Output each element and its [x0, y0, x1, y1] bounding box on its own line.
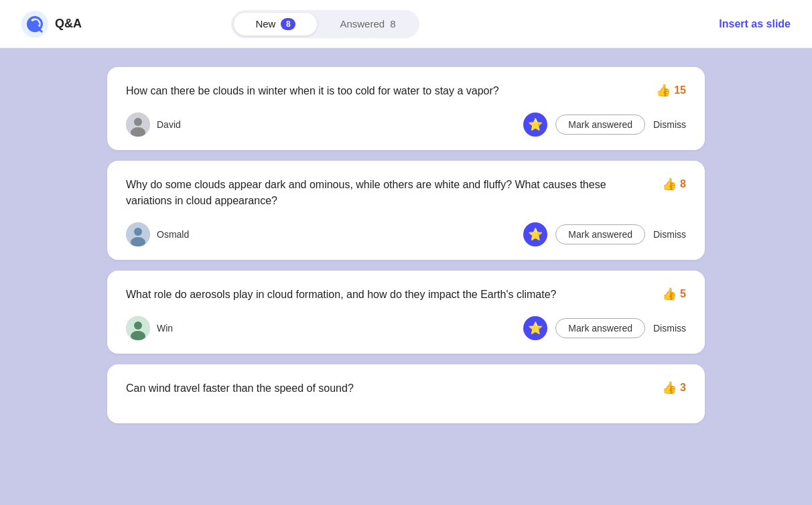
question-card: How can there be clouds in winter when i…	[107, 67, 705, 150]
thumbs-up-icon: 👍	[656, 83, 671, 98]
card-bottom: Osmald ⭐ Mark answered Dismiss	[126, 222, 686, 246]
insert-as-slide-button[interactable]: Insert as slide	[719, 18, 791, 30]
card-bottom: David ⭐ Mark answered Dismiss	[126, 113, 686, 137]
tab-answered[interactable]: Answered 8	[318, 13, 417, 35]
star-button[interactable]: ⭐	[523, 113, 547, 137]
card-top: How can there be clouds in winter when i…	[126, 83, 686, 99]
mark-answered-button[interactable]: Mark answered	[555, 115, 645, 135]
question-text: What role do aerosols play in cloud form…	[126, 287, 557, 303]
question-card: Why do some clouds appear dark and omino…	[107, 161, 705, 260]
app-title: Q&A	[55, 17, 82, 31]
user-info: David	[126, 113, 181, 137]
card-actions: ⭐ Mark answered Dismiss	[523, 113, 686, 137]
like-count: 👍 8	[662, 177, 686, 192]
avatar	[126, 113, 150, 137]
card-top: Why do some clouds appear dark and omino…	[126, 177, 686, 209]
card-top: Can wind travel faster than the speed of…	[126, 380, 686, 396]
question-text: Can wind travel faster than the speed of…	[126, 380, 354, 396]
user-info: Osmald	[126, 222, 189, 246]
card-actions: ⭐ Mark answered Dismiss	[523, 222, 686, 246]
question-text: How can there be clouds in winter when i…	[126, 83, 499, 99]
star-button[interactable]: ⭐	[523, 316, 547, 340]
like-number: 5	[680, 288, 686, 300]
tab-answered-badge: 8	[390, 18, 395, 29]
logo-area: Q&A	[21, 11, 82, 38]
mark-answered-button[interactable]: Mark answered	[555, 318, 645, 338]
questions-list: How can there be clouds in winter when i…	[0, 48, 812, 442]
question-card-partial: Can wind travel faster than the speed of…	[107, 364, 705, 423]
dismiss-button[interactable]: Dismiss	[653, 119, 686, 130]
user-info: Win	[126, 316, 173, 340]
svg-point-3	[134, 118, 142, 126]
question-text: Why do some clouds appear dark and omino…	[126, 177, 649, 209]
thumbs-up-icon: 👍	[662, 380, 677, 395]
dismiss-button[interactable]: Dismiss	[653, 229, 686, 240]
avatar	[126, 316, 150, 340]
thumbs-up-icon: 👍	[662, 177, 677, 192]
mark-answered-button[interactable]: Mark answered	[555, 224, 645, 244]
svg-point-9	[134, 321, 142, 330]
username: David	[157, 119, 181, 130]
like-number: 15	[674, 84, 686, 96]
app-logo-icon	[21, 11, 48, 38]
card-actions: ⭐ Mark answered Dismiss	[523, 316, 686, 340]
dismiss-button[interactable]: Dismiss	[653, 323, 686, 334]
card-top: What role do aerosols play in cloud form…	[126, 287, 686, 303]
like-count: 👍 15	[656, 83, 686, 98]
username: Osmald	[157, 229, 189, 240]
like-count: 👍 5	[662, 287, 686, 301]
tab-new-badge: 8	[281, 18, 295, 30]
like-number: 3	[680, 382, 686, 394]
svg-point-6	[134, 228, 142, 236]
tab-new-label: New	[255, 18, 275, 29]
tab-group: New 8 Answered 8	[231, 10, 419, 38]
question-card: What role do aerosols play in cloud form…	[107, 271, 705, 354]
tab-new[interactable]: New 8	[234, 13, 317, 35]
avatar	[126, 222, 150, 246]
username: Win	[157, 323, 173, 334]
thumbs-up-icon: 👍	[662, 287, 677, 301]
like-number: 8	[680, 178, 686, 190]
app-header: Q&A New 8 Answered 8 Insert as slide	[0, 0, 812, 48]
like-count: 👍 3	[662, 380, 686, 395]
tab-answered-label: Answered	[340, 18, 385, 29]
card-bottom: Win ⭐ Mark answered Dismiss	[126, 316, 686, 340]
star-button[interactable]: ⭐	[523, 222, 547, 246]
